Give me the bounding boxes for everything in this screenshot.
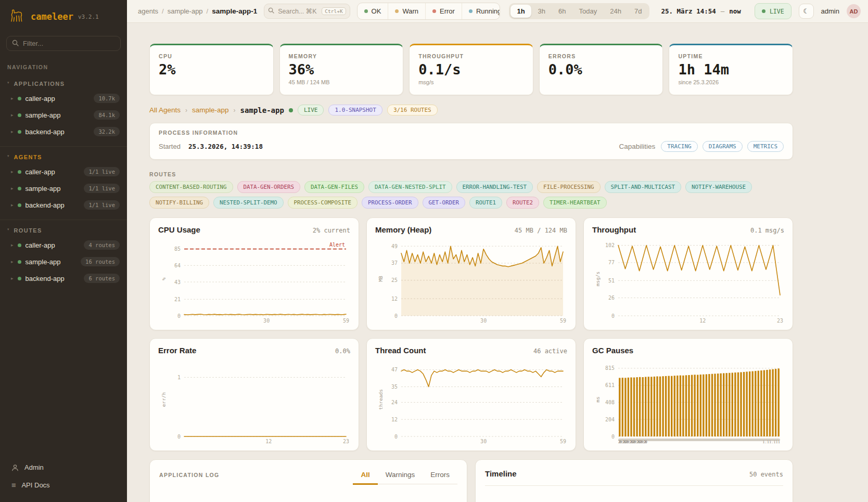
capabilities-label: Capabilities (619, 143, 656, 150)
status-dot-icon (364, 9, 368, 13)
route-chip[interactable]: DATA-GEN-FILES (304, 181, 364, 193)
sidebar-item-label: backend-app (25, 128, 65, 136)
svg-text:1: 1 (177, 375, 181, 380)
metric-label: ERRORS (548, 53, 654, 59)
log-tab[interactable]: Errors (423, 469, 457, 485)
status-dot-icon (18, 170, 21, 174)
route-chip[interactable]: CONTENT-BASED-ROUTING (149, 181, 233, 193)
time-range-button[interactable]: 1h (510, 5, 531, 18)
moon-icon: ☾ (803, 7, 809, 15)
route-chip[interactable]: ERROR-HANDLING-TEST (456, 181, 533, 193)
sidebar-item[interactable]: ▸ sample-app 84.1k (0, 107, 127, 123)
sidebar-section-header[interactable]: ▾ APPLICATIONS (0, 76, 127, 90)
svg-text:815: 815 (605, 365, 615, 371)
application-log-title: APPLICATION LOG (159, 472, 220, 484)
sidebar-filter[interactable] (6, 36, 121, 51)
live-dot-icon (762, 9, 765, 13)
theme-toggle-button[interactable]: ☾ (799, 4, 814, 19)
status-filter-label: OK (372, 7, 381, 15)
route-chip[interactable]: FILE-PROCESSING (537, 181, 601, 193)
route-chip-list: CONTENT-BASED-ROUTINGDATA-GEN-ORDERSDATA… (149, 181, 793, 209)
sidebar-item-api-docs[interactable]: ≡ API Docs (0, 476, 127, 494)
log-tab-bar: AllWarningsErrors (353, 469, 457, 484)
sidebar-item[interactable]: ▸ sample-app 1/1 live (0, 180, 127, 197)
route-chip[interactable]: NOTIFY-WAREHOUSE (685, 181, 752, 193)
breadcrumb-item[interactable]: agents (138, 7, 158, 15)
breadcrumb-item[interactable]: sample-app (168, 7, 203, 15)
sidebar-item[interactable]: ▸ backend-app 6 routes (0, 270, 127, 287)
breadcrumb-separator: › (234, 107, 236, 114)
sidebar-item[interactable]: ▸ backend-app 32.2k (0, 123, 127, 140)
route-chip[interactable]: TIMER-HEARTBEAT (543, 197, 607, 209)
sidebar-item[interactable]: ▸ backend-app 1/1 live (0, 197, 127, 213)
date-range[interactable]: 25. März 14:54 — now (656, 7, 747, 15)
chart-plot: 1027751260msg/s1223 (592, 237, 784, 324)
user-icon (11, 464, 19, 471)
route-chip[interactable]: ROUTE1 (469, 197, 502, 209)
svg-text:611: 611 (605, 382, 615, 388)
time-range-button[interactable]: 7d (628, 5, 648, 18)
avatar[interactable]: AD (847, 4, 861, 18)
sidebar-item-label: backend-app (25, 275, 65, 282)
metric-card: THROUGHPUT 0.1/s msg/s (409, 44, 533, 95)
status-dot-icon (18, 97, 21, 100)
route-chip[interactable]: NESTED-SPLIT-DEMO (213, 197, 284, 209)
breadcrumb-separator: › (185, 107, 187, 114)
sidebar-section-header[interactable]: ▾ AGENTS (0, 149, 127, 163)
log-tab[interactable]: Warnings (378, 469, 423, 485)
sidebar-section: ▾ ROUTES ▸ caller-app 4 routes ▸ sample-… (0, 220, 127, 291)
status-filter-label: Error (440, 7, 455, 15)
agent-link[interactable]: sample-app (192, 106, 229, 114)
log-tab[interactable]: All (353, 469, 377, 485)
route-chip[interactable]: DATA-GEN-NESTED-SPLIT (368, 181, 452, 193)
filter-input[interactable] (23, 40, 115, 47)
time-range-button[interactable]: 3h (532, 5, 552, 18)
svg-text:47: 47 (391, 367, 398, 372)
status-filter-label: Running (476, 7, 501, 15)
agent-link[interactable]: All Agents (149, 106, 181, 114)
route-chip[interactable]: GET-ORDER (423, 197, 466, 209)
route-chip[interactable]: ROUTE2 (506, 197, 539, 209)
sidebar-item[interactable]: ▸ caller-app 4 routes (0, 237, 127, 253)
sidebar-item-admin[interactable]: Admin (0, 459, 127, 476)
chevron-right-icon: ▸ (11, 129, 14, 134)
status-filter-button[interactable]: Running (462, 3, 501, 19)
sidebar-item[interactable]: ▸ sample-app 16 routes (0, 253, 127, 270)
time-range-button[interactable]: 6h (552, 5, 572, 18)
sidebar-item[interactable]: ▸ caller-app 1/1 live (0, 163, 127, 180)
chart-current-value: 45 MB / 124 MB (515, 227, 567, 234)
status-filter-button[interactable]: Error (425, 3, 462, 19)
app-logo[interactable]: cameleer v3.2.1 (0, 0, 127, 29)
chart-plot: 856443210%3059Alert (158, 237, 350, 324)
status-filter-button[interactable]: OK (358, 3, 388, 19)
route-chip[interactable]: DATA-GEN-ORDERS (237, 181, 301, 193)
search-box[interactable]: Search... ⌘K Ctrl+K (264, 4, 350, 19)
time-range-button[interactable]: Today (573, 5, 604, 18)
svg-text:MB: MB (378, 276, 384, 282)
chevron-right-icon: ▸ (11, 242, 14, 248)
live-badge[interactable]: LIVE (755, 3, 792, 19)
menu-icon: ≡ (11, 481, 16, 489)
live-label: LIVE (770, 8, 784, 15)
nav-heading: NAVIGATION (0, 51, 127, 71)
time-range-button[interactable]: 24h (604, 5, 628, 18)
route-chip[interactable]: SPLIT-AND-MULTICAST (605, 181, 682, 193)
sidebar-item[interactable]: ▸ caller-app 10.7k (0, 90, 127, 107)
route-chip[interactable]: PROCESS-COMPOSITE (288, 197, 358, 209)
svg-text:204: 204 (605, 417, 615, 422)
main-scroll-area[interactable]: CPU 2% MEMORY 36% 45 MB / 124 MB THROUGH… (127, 23, 868, 502)
status-dot-icon (18, 277, 21, 280)
svg-text:23: 23 (343, 439, 349, 444)
status-filter-button[interactable]: Warn (388, 3, 425, 19)
route-chip[interactable]: NOTIFY-BILLING (149, 197, 209, 209)
chevron-right-icon: ▸ (11, 96, 14, 101)
chart-current-value: 46 active (533, 347, 567, 355)
svg-text:30: 30 (480, 318, 487, 324)
timeline-event-count: 50 events (749, 471, 783, 478)
metric-cards-row: CPU 2% MEMORY 36% 45 MB / 124 MB THROUGH… (149, 44, 793, 95)
svg-text:35: 35 (391, 384, 398, 390)
sidebar-item-badge: 1/1 live (84, 200, 120, 210)
sidebar-section-header[interactable]: ▾ ROUTES (0, 223, 127, 237)
sidebar-item-badge: 10.7k (94, 94, 120, 103)
route-chip[interactable]: PROCESS-ORDER (362, 197, 418, 209)
